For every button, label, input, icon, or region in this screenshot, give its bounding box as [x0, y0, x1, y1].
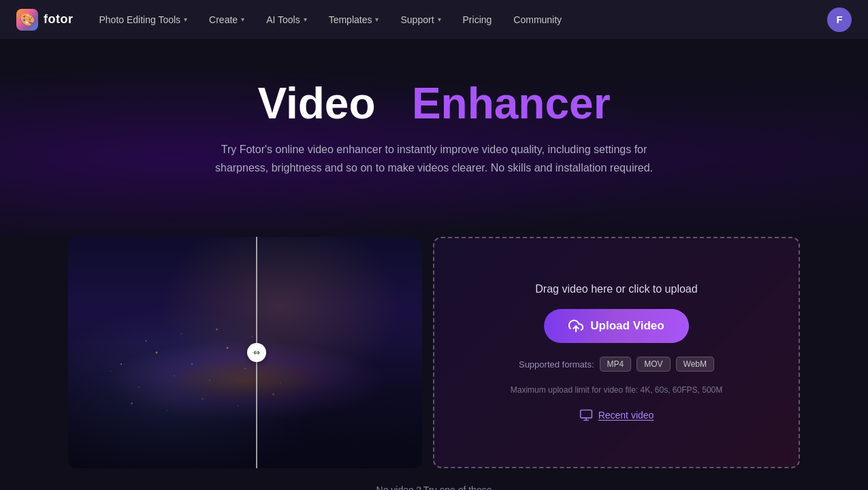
nav-label-photo: Photo Editing Tools: [99, 14, 180, 25]
formats-row: Supported formats: MP4 MOV WebM: [519, 357, 714, 372]
navbar: 🎨 fotor Photo Editing Tools ▾ Create ▾ A…: [0, 0, 868, 39]
formats-label: Supported formats:: [519, 359, 594, 370]
video-preview: ⇔: [68, 237, 422, 468]
chevron-down-icon: ▾: [438, 16, 441, 23]
chevron-down-icon: ▾: [375, 16, 379, 23]
recent-video-icon: [579, 408, 593, 422]
before-after-divider[interactable]: ⇔: [256, 237, 257, 468]
divider-handle[interactable]: ⇔: [247, 343, 266, 362]
upload-limit: Maximum upload limit for video file: 4K,…: [511, 385, 722, 395]
drag-text: Drag video here or click to upload: [535, 283, 697, 295]
svg-rect-1: [580, 410, 592, 419]
hero-title-purple: Enhancer: [412, 79, 611, 128]
logo-text: fotor: [44, 12, 73, 27]
no-video-text: No video？Try one of these: [14, 485, 854, 490]
nav-label-support: Support: [400, 14, 434, 25]
nav-item-ai-tools[interactable]: AI Tools ▾: [257, 10, 317, 29]
upload-button[interactable]: Upload Video: [544, 309, 688, 343]
recent-video-label: Recent video: [598, 410, 654, 421]
chevron-down-icon: ▾: [184, 16, 187, 23]
hero-subtitle: Try Fotor's online video enhancer to ins…: [196, 141, 673, 177]
chevron-down-icon: ▾: [304, 16, 307, 23]
city-lights-layer: [68, 237, 422, 468]
content-area: ⇔ Drag video here or click to upload Upl…: [0, 237, 868, 468]
hero-title-white: Video: [257, 79, 375, 128]
city-background: [68, 237, 422, 468]
format-mov: MOV: [637, 357, 670, 372]
nav-label-ai: AI Tools: [266, 14, 300, 25]
format-mp4: MP4: [600, 357, 632, 372]
nav-label-templates: Templates: [329, 14, 372, 25]
nav-item-support[interactable]: Support ▾: [391, 10, 450, 29]
nav-item-community[interactable]: Community: [504, 10, 571, 29]
hero-section: Video Enhancer Try Fotor's online video …: [0, 39, 868, 237]
nav-item-templates[interactable]: Templates ▾: [319, 10, 389, 29]
nav-right: F: [827, 7, 852, 32]
upload-button-label: Upload Video: [590, 319, 664, 333]
upload-icon: [568, 318, 583, 333]
nav-item-create[interactable]: Create ▾: [199, 10, 254, 29]
recent-video-link[interactable]: Recent video: [579, 408, 654, 422]
hero-title: Video Enhancer: [14, 80, 854, 127]
nav-item-photo-editing[interactable]: Photo Editing Tools ▾: [89, 10, 197, 29]
nav-items: Photo Editing Tools ▾ Create ▾ AI Tools …: [89, 10, 827, 29]
logo[interactable]: 🎨 fotor: [16, 9, 73, 31]
nav-label-community: Community: [513, 14, 562, 25]
bottom-strip: No video？Try one of these ▶ ▶: [0, 468, 868, 490]
building-silhouettes: [68, 341, 422, 468]
nav-label-create: Create: [209, 14, 238, 25]
upload-dropzone[interactable]: Drag video here or click to upload Uploa…: [433, 237, 800, 468]
format-webm: WebM: [676, 357, 714, 372]
chevron-down-icon: ▾: [241, 16, 244, 23]
logo-icon: 🎨: [16, 9, 38, 31]
nav-label-pricing: Pricing: [463, 14, 492, 25]
user-avatar[interactable]: F: [827, 7, 852, 32]
nav-item-pricing[interactable]: Pricing: [453, 10, 502, 29]
